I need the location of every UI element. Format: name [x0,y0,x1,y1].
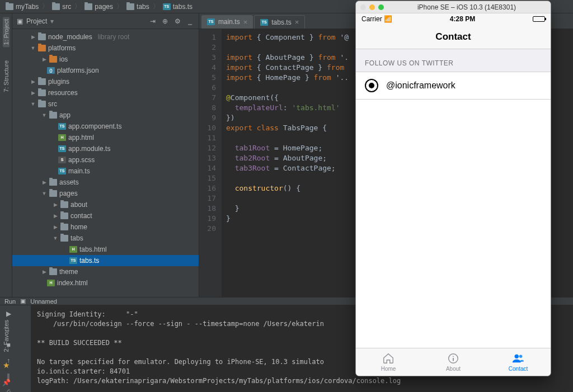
tree-src[interactable]: ▼src [12,98,199,110]
json-file-icon: {} [47,67,55,74]
expand-arrow-icon[interactable]: ▶ [30,34,36,40]
tree-app-scss[interactable]: Sapp.scss [12,154,199,166]
zoom-dot-icon[interactable] [378,4,384,10]
close-dot-icon[interactable] [360,4,366,10]
tree-about[interactable]: ▶about [12,199,199,210]
tool-project[interactable]: 1: Project [3,17,10,47]
expand-arrow-icon[interactable]: ▶ [41,269,47,275]
tree-main-ts[interactable]: TSmain.ts [12,166,199,177]
tree-app[interactable]: ▼app [12,110,199,121]
folder-icon [49,56,57,63]
close-icon[interactable]: × [295,18,299,26]
project-panel-header: ▣ Project ▾ ⇥ ⊕ ⚙︎ ⎯ [12,13,199,29]
crumb-src[interactable]: src [52,3,71,11]
folder-icon [49,179,57,186]
tool-favorites[interactable]: 2: Favorites [3,320,10,352]
minimize-dot-icon[interactable] [369,4,375,10]
expand-arrow-icon[interactable]: ▶ [41,56,47,62]
bottom-tool-strip: 2: Favorites ★ 📌 [0,317,12,390]
chevron-right-icon: 〉 [74,2,81,11]
tree-resources[interactable]: ▶resources [12,87,199,98]
tree-home[interactable]: ▶home [12,221,199,233]
pin-icon[interactable]: 📌 [2,379,11,386]
tree-tabs-ts[interactable]: TStabs.ts [12,255,199,266]
crumb-file[interactable]: TStabs.ts [163,3,192,11]
tool-structure[interactable]: 7: Structure [3,58,10,95]
project-tree[interactable]: ▶node_moduleslibrary root ▼platforms ▶io… [12,29,199,297]
folder-icon [38,45,46,51]
wifi-icon: 📶 [384,15,392,23]
ios-tabbar: Home About Contact [356,348,551,376]
locate-icon[interactable]: ⊕ [161,17,170,25]
tree-tabs-folder[interactable]: ▼tabs [12,233,199,244]
folder-icon [52,3,60,10]
tree-theme[interactable]: ▶theme [12,266,199,277]
collapse-arrow-icon[interactable]: ▼ [30,45,36,51]
star-icon[interactable]: ★ [3,361,10,370]
tree-platforms-json[interactable]: {}platforms.json [12,65,199,76]
editor-tab-tabs[interactable]: TS tabs.ts × [254,15,305,29]
close-icon[interactable]: × [243,18,248,26]
tree-app-component[interactable]: TSapp.component.ts [12,121,199,132]
panel-title[interactable]: Project [26,17,47,25]
ionic-icon [365,79,378,92]
crumb-tabs[interactable]: tabs [126,3,149,11]
tree-ios[interactable]: ▶ios [12,54,199,65]
project-panel: ▣ Project ▾ ⇥ ⊕ ⚙︎ ⎯ ▶node_moduleslibrar… [12,13,199,297]
ios-navbar: Contact [356,25,551,49]
run-config-name[interactable]: Unnamed [30,298,57,305]
tree-app-html[interactable]: Happ.html [12,132,199,143]
expand-arrow-icon[interactable]: ▶ [53,213,58,219]
ios-simulator-window[interactable]: iPhone SE – iOS 10.3 (14E8301) Carrier 📶… [356,1,551,376]
editor-tab-main[interactable]: TS main.ts × [201,15,253,29]
chevron-right-icon: 〉 [42,2,49,11]
collapse-arrow-icon[interactable]: ▼ [30,101,36,107]
tree-tabs-html[interactable]: Htabs.html [12,244,199,255]
expand-arrow-icon[interactable]: ▶ [30,90,36,96]
tree-index-html[interactable]: Hindex.html [12,277,199,289]
folder-icon [49,190,57,197]
dropdown-icon[interactable]: ▾ [50,17,54,25]
tree-platforms[interactable]: ▼platforms [12,42,199,54]
info-icon [446,352,461,365]
carrier-label: Carrier [361,15,382,23]
tab-home[interactable]: Home [356,348,421,376]
collapse-arrow-icon[interactable]: ▼ [53,235,58,241]
folder-icon [126,3,134,10]
list-section-header: FOLLOW US ON TWITTER [356,49,551,72]
expand-arrow-icon[interactable]: ▶ [53,202,58,207]
list-item-twitter[interactable]: @ionicframework [356,72,551,100]
folder-icon [38,34,46,40]
collapse-icon[interactable]: ⇥ [148,17,157,25]
project-scope-icon: ▣ [17,17,23,25]
tab-contact[interactable]: Contact [486,348,551,376]
folder-icon [60,201,68,208]
folder-icon [49,268,57,275]
run-label[interactable]: Run [4,298,16,305]
svg-point-4 [519,355,523,358]
gear-icon[interactable]: ⚙︎ [173,17,182,25]
crumb-project[interactable]: myTabs [6,3,39,11]
chevron-right-icon: 〉 [116,2,123,11]
traffic-lights [360,4,384,10]
collapse-arrow-icon[interactable]: ▼ [41,112,47,118]
expand-arrow-icon[interactable]: ▶ [30,79,36,84]
tree-pages[interactable]: ▼pages [12,188,199,199]
battery-icon [533,16,545,22]
tree-contact[interactable]: ▶contact [12,210,199,221]
simulator-titlebar[interactable]: iPhone SE – iOS 10.3 (14E8301) [356,1,551,13]
tree-assets[interactable]: ▶assets [12,177,199,188]
expand-arrow-icon[interactable]: ▶ [53,224,58,230]
svg-rect-2 [453,358,454,361]
hide-icon[interactable]: ⎯ [185,17,194,25]
tree-plugins[interactable]: ▶plugins [12,76,199,87]
expand-arrow-icon[interactable]: ▶ [41,180,47,185]
tree-node-modules[interactable]: ▶node_moduleslibrary root [12,31,199,42]
crumb-pages[interactable]: pages [84,3,113,11]
collapse-arrow-icon[interactable]: ▼ [41,191,47,196]
simulator-title: iPhone SE – iOS 10.3 (14E8301) [387,3,546,11]
tab-about[interactable]: About [421,348,486,376]
tree-app-module[interactable]: TSapp.module.ts [12,143,199,154]
ts-file-icon: TS [69,257,77,264]
ts-file-icon: TS [58,168,66,174]
